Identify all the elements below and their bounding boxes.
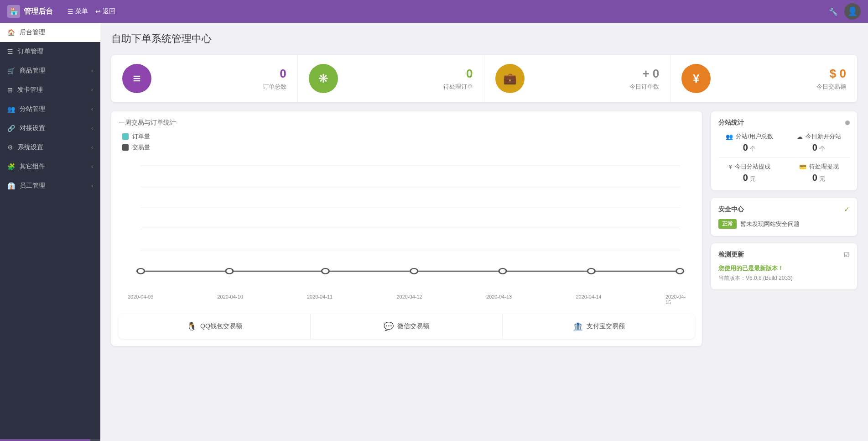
yen-icon: ¥ [728,163,732,170]
header: 🏪 管理后台 ☰ 菜单 ↩ 返回 🔧 👤 [0,0,868,23]
chevron-left-icon-2: ‹ [91,87,93,93]
legend-trade-label: 交易量 [132,143,150,152]
branch-indicator-icon [845,121,850,125]
branch-stat-total: 👥 分站/用户总数 0 个 [718,132,780,153]
branch-new-label: 今日新开分站 [806,132,841,141]
settings-icon[interactable]: 🔧 [828,6,839,17]
legend-order-volume: 订单量 [122,132,691,141]
sidebar-label-cards: 发卡管理 [17,86,43,94]
today-amount-label: 今日交易额 [816,83,846,91]
stat-card-pending-orders: ❋ 0 待处理订单 [298,55,484,102]
wechat-icon: 💬 [384,321,394,331]
back-icon: ↩ [95,8,101,15]
chart-area [119,155,695,292]
update-latest-text: 您使用的已是最新版本！ [718,264,850,273]
branch-new-value: 0 [812,142,817,152]
branch-commission-unit: 元 [750,175,756,182]
branch-commission-label: 今日分站提成 [735,163,770,171]
chart-title: 一周交易与订单统计 [119,119,695,127]
page-title: 自助下单系统管理中心 [111,32,857,46]
cards-icon: ⊞ [7,86,13,94]
x-label-3: 2020-04-12 [396,294,422,305]
svg-point-11 [587,268,595,274]
pending-orders-icon: ❋ [309,64,338,93]
card-icon: 💳 [799,163,806,170]
back-label: 返回 [103,7,115,16]
legend-trade-volume: 交易量 [122,143,691,152]
branch-withdrawal-label: 待处理提现 [809,163,839,171]
sidebar-item-cards[interactable]: ⊞ 发卡管理 ‹ [0,80,100,100]
back-button[interactable]: ↩ 返回 [95,7,115,16]
stat-card-today-orders: 💼 + 0 今日订单数 [484,55,671,102]
pending-orders-value: 0 [466,67,473,81]
qq-payment-label: QQ钱包交易额 [200,322,242,331]
chart-svg [119,155,695,292]
today-orders-value: + 0 [642,67,659,81]
branch-stat-new: ☁ 今日新开分站 0 个 [788,132,850,153]
sidebar-item-orders[interactable]: ☰ 订单管理 [0,42,100,61]
today-amount-icon: ¥ [681,64,711,93]
chevron-left-icon-5: ‹ [91,144,93,151]
sidebar-label-staff: 员工管理 [20,182,45,190]
sidebar-item-other[interactable]: 🧩 其它组件 ‹ [0,157,100,176]
sidebar: 🏠 后台管理 ☰ 订单管理 🛒 商品管理 ‹ ⊞ 发卡管理 ‹ [0,23,100,441]
chevron-left-icon: ‹ [91,68,93,74]
branch-total-unit: 个 [750,145,756,152]
security-title: 安全中心 [718,205,744,214]
alipay-payment: 🏦 支付宝交易额 [503,314,695,339]
legend-teal-color [122,133,129,140]
svg-point-10 [499,268,506,274]
main-content: 自助下单系统管理中心 ≡ 0 订单总数 ❋ 0 待处理订单 💼 [100,23,868,441]
connect-icon: 🔗 [7,125,15,132]
sidebar-item-connect[interactable]: 🔗 对接设置 ‹ [0,119,100,138]
other-icon: 🧩 [7,163,15,170]
qq-icon: 🐧 [187,321,197,331]
update-panel: 检测更新 ☑ 您使用的已是最新版本！ 当前版本：V6.0.8 (Build 20… [711,243,857,289]
chevron-left-icon-4: ‹ [91,125,93,131]
sidebar-label-other: 其它组件 [20,163,45,171]
chart-legend: 订单量 交易量 [119,132,695,152]
sidebar-item-products[interactable]: 🛒 商品管理 ‹ [0,61,100,80]
home-icon: 🏠 [7,29,15,36]
svg-point-9 [411,268,418,274]
sidebar-label-system: 系统设置 [18,143,43,152]
sidebar-item-branches[interactable]: 👥 分站管理 ‹ [0,100,100,119]
stat-card-total-orders: ≡ 0 订单总数 [111,55,298,102]
menu-icon: ☰ [68,8,73,15]
total-orders-icon: ≡ [122,64,151,93]
legend-order-label: 订单量 [132,132,150,141]
stat-card-today-amount: ¥ $ 0 今日交易额 [670,55,857,102]
branch-grid-2: ¥ 今日分站提成 0 元 💳 待处理提现 [718,163,850,183]
menu-button[interactable]: ☰ 菜单 [68,7,88,16]
x-label-5: 2020-04-14 [576,294,601,305]
branch-stats-title: 分站统计 [718,119,744,127]
legend-dark-color [122,144,129,151]
sidebar-item-staff[interactable]: 👔 员工管理 ‹ [0,176,100,195]
branch-stats-header: 分站统计 [718,119,850,127]
checkbox-icon: ☑ [844,251,850,258]
logo-icon: 🏪 [7,5,20,18]
total-orders-value: 0 [280,67,286,81]
today-orders-label: 今日订单数 [629,83,659,91]
chevron-left-icon-3: ‹ [91,106,93,112]
security-header: 安全中心 ✓ [718,205,850,214]
alipay-icon: 🏦 [573,321,583,331]
today-amount-value: $ 0 [830,67,846,81]
avatar[interactable]: 👤 [844,3,861,20]
svg-point-8 [322,268,329,274]
branch-divider [718,158,850,158]
update-title: 检测更新 [718,251,744,259]
chevron-left-icon-6: ‹ [91,163,93,170]
total-orders-label: 订单总数 [263,83,286,91]
sidebar-item-system[interactable]: ⚙ 系统设置 ‹ [0,138,100,157]
sidebar-item-dashboard[interactable]: 🏠 后台管理 [0,23,100,42]
x-label-2: 2020-04-11 [307,294,333,305]
sidebar-progress-bar-container [0,439,100,441]
header-left: 🏪 管理后台 ☰ 菜单 ↩ 返回 [7,5,115,18]
svg-point-6 [137,268,144,274]
header-logo: 🏪 管理后台 [7,5,53,18]
today-orders-icon: 💼 [495,64,525,93]
sidebar-label-connect: 对接设置 [20,124,45,132]
security-panel: 安全中心 ✓ 正常 暂未发现网站安全问题 [711,198,857,236]
check-icon: ✓ [844,205,850,214]
